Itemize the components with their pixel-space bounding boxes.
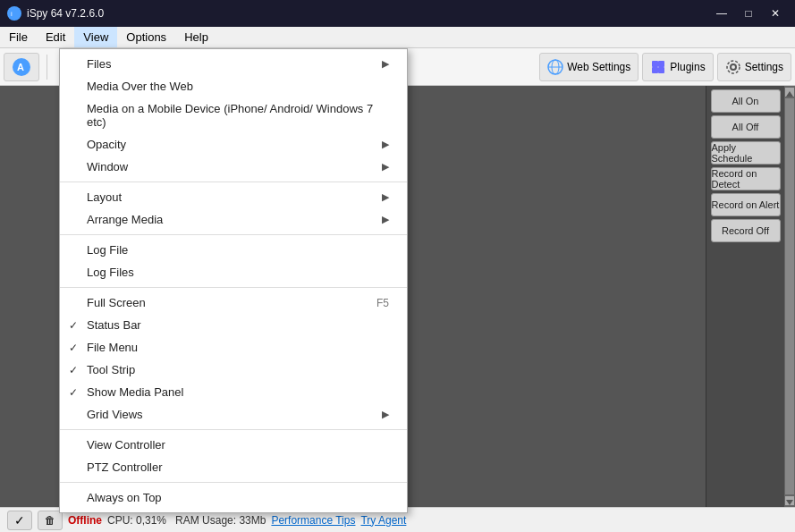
dd-view-controller[interactable]: View Controller: [60, 434, 407, 456]
settings-icon: [725, 59, 741, 75]
scroll-up-arrow[interactable]: [785, 88, 794, 97]
close-button[interactable]: ✕: [763, 4, 788, 22]
dd-arrange-media-label: Arrange Media: [87, 213, 163, 226]
view-dropdown-menu: Files ▶ Media Over the Web Media on a Mo…: [59, 48, 408, 513]
dd-media-over-web[interactable]: Media Over the Web: [60, 75, 407, 97]
camera-add-button[interactable]: A A: [4, 53, 39, 81]
web-settings-label: Web Settings: [567, 61, 630, 73]
delete-icon: 🗑: [45, 514, 55, 527]
dd-status-bar[interactable]: ✓ Status Bar: [60, 314, 407, 336]
toolbar-separator-1: [47, 55, 47, 80]
all-off-button[interactable]: All Off: [711, 115, 781, 139]
svg-text:i: i: [11, 10, 13, 18]
svg-point-11: [731, 64, 736, 70]
svg-marker-14: [786, 500, 793, 505]
menu-help[interactable]: Help: [175, 27, 217, 47]
dd-window-arrow: ▶: [382, 161, 389, 173]
dd-separator-3: [60, 287, 407, 288]
plugins-button[interactable]: Plugins: [642, 53, 713, 81]
svg-rect-9: [652, 67, 658, 73]
dd-tool-strip[interactable]: ✓ Tool Strip: [60, 359, 407, 381]
apply-schedule-button[interactable]: Apply Schedule: [711, 141, 781, 165]
dd-media-mobile[interactable]: Media on a Mobile Device (iPhone/ Androi…: [60, 97, 407, 133]
record-on-detect-button[interactable]: Record on Detect: [711, 167, 781, 190]
menu-view[interactable]: View: [74, 27, 117, 47]
dd-opacity[interactable]: Opacity ▶: [60, 133, 407, 156]
offline-status: Offline: [68, 514, 102, 527]
dd-media-mobile-label: Media on a Mobile Device (iPhone/ Androi…: [87, 102, 389, 129]
dd-ptz-controller-label: PTZ Controller: [87, 460, 163, 474]
dd-layout[interactable]: Layout ▶: [60, 186, 407, 208]
dd-always-on-top[interactable]: Always on Top: [60, 486, 407, 509]
dd-grid-views[interactable]: Grid Views ▶: [60, 403, 407, 426]
dd-window[interactable]: Window ▶: [60, 156, 407, 178]
dd-show-media-panel-label: Show Media Panel: [87, 385, 183, 399]
dd-file-menu-check: ✓: [69, 342, 78, 354]
plugins-label: Plugins: [670, 61, 705, 73]
dd-file-menu[interactable]: ✓ File Menu: [60, 336, 407, 359]
dd-show-media-panel-check: ✓: [69, 386, 78, 399]
svg-rect-8: [658, 61, 664, 67]
menu-options[interactable]: Options: [117, 27, 175, 47]
dd-grid-views-label: Grid Views: [87, 408, 143, 421]
performance-tips-link[interactable]: Performance Tips: [271, 514, 355, 527]
svg-point-12: [727, 61, 740, 73]
dd-status-bar-label: Status Bar: [87, 318, 141, 332]
camera-icon: A: [12, 57, 31, 77]
cpu-status: CPU: 0,31% RAM Usage: 33Mb: [107, 514, 266, 527]
maximize-button[interactable]: □: [736, 4, 761, 22]
dd-grid-views-arrow: ▶: [382, 409, 389, 420]
menu-edit[interactable]: Edit: [37, 27, 74, 47]
dd-full-screen[interactable]: Full Screen F5: [60, 291, 407, 314]
dd-files-arrow: ▶: [382, 58, 389, 70]
dd-ptz-controller[interactable]: PTZ Controller: [60, 456, 407, 478]
settings-button[interactable]: Settings: [717, 53, 791, 81]
svg-marker-13: [786, 91, 793, 97]
app-title: iSpy 64 v7.2.6.0: [27, 7, 104, 20]
menu-file[interactable]: File: [0, 27, 37, 47]
dd-window-label: Window: [87, 160, 128, 173]
dd-opacity-label: Opacity: [87, 138, 126, 151]
scroll-down-arrow[interactable]: [785, 496, 794, 505]
dd-log-files[interactable]: Log Files: [60, 261, 407, 283]
dd-tool-strip-label: Tool Strip: [87, 363, 135, 376]
dd-separator-5: [60, 482, 407, 483]
try-agent-link[interactable]: Try Agent: [360, 514, 406, 527]
web-settings-icon: [547, 59, 563, 75]
dd-log-file-label: Log File: [87, 243, 128, 257]
all-on-button[interactable]: All On: [711, 89, 781, 113]
dd-log-file[interactable]: Log File: [60, 239, 407, 261]
right-panel: All On All Off Apply Schedule Record on …: [706, 86, 784, 507]
app-icon: i: [7, 6, 21, 21]
dd-file-menu-label: File Menu: [87, 341, 138, 354]
dd-view-controller-label: View Controller: [87, 438, 165, 452]
title-bar-left: i iSpy 64 v7.2.6.0: [7, 6, 104, 21]
scroll-track[interactable]: [785, 98, 794, 494]
tick-button[interactable]: ✓: [7, 511, 32, 530]
title-bar-controls: — □ ✕: [709, 4, 788, 22]
dd-separator-1: [60, 182, 407, 182]
dd-files[interactable]: Files ▶: [60, 53, 407, 75]
dd-arrange-media-arrow: ▶: [382, 214, 389, 225]
plugins-icon: [650, 59, 666, 75]
record-on-alert-button[interactable]: Record on Alert: [711, 193, 781, 216]
web-settings-button[interactable]: Web Settings: [539, 53, 639, 81]
dd-always-on-top-label: Always on Top: [87, 491, 162, 504]
svg-rect-7: [652, 61, 658, 67]
title-bar: i iSpy 64 v7.2.6.0 — □ ✕: [0, 0, 795, 27]
dd-separator-4: [60, 429, 407, 430]
dd-separator-2: [60, 234, 407, 235]
dd-show-media-panel[interactable]: ✓ Show Media Panel: [60, 381, 407, 403]
dd-full-screen-shortcut: F5: [376, 297, 389, 309]
dd-files-label: Files: [87, 57, 111, 71]
record-off-button[interactable]: Record Off: [711, 219, 781, 242]
right-scrollbar[interactable]: [784, 86, 795, 507]
tick-icon: ✓: [14, 513, 25, 528]
dd-tool-strip-check: ✓: [69, 364, 78, 376]
dd-status-bar-check: ✓: [69, 319, 78, 332]
dd-layout-label: Layout: [87, 190, 122, 204]
dd-media-over-web-label: Media Over the Web: [87, 80, 193, 93]
dd-log-files-label: Log Files: [87, 266, 134, 279]
dd-arrange-media[interactable]: Arrange Media ▶: [60, 208, 407, 231]
minimize-button[interactable]: —: [709, 4, 734, 22]
